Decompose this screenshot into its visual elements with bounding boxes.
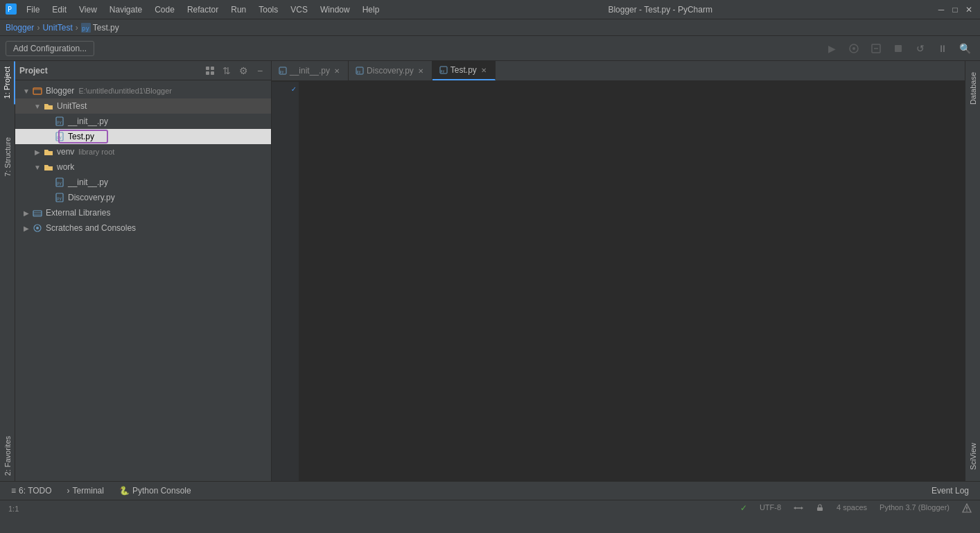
svg-point-5: [852, 47, 855, 50]
database-tab-button[interactable]: Database: [966, 67, 980, 110]
vcs-status-icon[interactable]: ✓: [737, 503, 750, 514]
ext-libs-label: External Libraries: [46, 208, 110, 218]
tree-item-unittest[interactable]: ▼ UnitTest: [15, 98, 271, 114]
bottom-bar: ≡ 6: TODO › Terminal 🐍 Python Console Ev…: [0, 481, 980, 500]
coverage-button[interactable]: [866, 39, 886, 58]
tab-test-py[interactable]: py Test.py ✕: [432, 61, 496, 80]
init-py-1-label: __init__.py: [68, 116, 108, 126]
tree-arrow-venv: ▶: [32, 146, 43, 157]
tree-item-test-py[interactable]: ▶ py Test.py: [15, 129, 271, 144]
tab-init-py-close[interactable]: ✕: [333, 67, 341, 76]
menu-help[interactable]: Help: [357, 3, 385, 16]
test-py-label: Test.py: [68, 132, 94, 141]
status-python-version[interactable]: Python 3.7 (Blogger): [877, 503, 952, 514]
panel-close-button[interactable]: −: [253, 64, 267, 78]
svg-point-26: [36, 227, 39, 229]
tree-item-init-py-2[interactable]: ▶ py __init__.py: [15, 175, 271, 190]
favorites-tab-button[interactable]: 2: Favorites: [1, 430, 15, 481]
status-line-sep-icon: [791, 503, 806, 514]
breadcrumb-bar: Blogger › UnitTest › py Test.py: [0, 19, 980, 36]
terminal-tab[interactable]: › Terminal: [62, 484, 110, 497]
tab-discovery-py-icon: py: [356, 67, 364, 75]
menu-vcs[interactable]: VCS: [285, 3, 313, 16]
title-bar: P File Edit View Navigate Code Refactor …: [0, 0, 980, 19]
panel-layout-button[interactable]: [203, 64, 217, 78]
search-everywhere-button[interactable]: 🔍: [955, 39, 974, 58]
menu-tools[interactable]: Tools: [253, 3, 283, 16]
svg-rect-8: [895, 45, 902, 52]
tree-item-venv[interactable]: ▶ venv library root: [15, 144, 271, 159]
svg-text:py: py: [57, 134, 62, 140]
tree-item-init-py-1[interactable]: ▶ py __init__.py: [15, 114, 271, 129]
blogger-path: E:\untitled\untitled1\Blogger: [78, 87, 172, 95]
python-console-tab[interactable]: 🐍 Python Console: [114, 484, 197, 497]
tab-init-py-icon: py: [279, 67, 287, 75]
editor-code-area[interactable]: [299, 82, 965, 481]
svg-text:py: py: [57, 195, 62, 201]
event-log-button[interactable]: Event Log: [926, 484, 974, 497]
tree-item-ext-libs[interactable]: ▶ External Libraries: [15, 205, 271, 220]
left-sidebar-tabs: 1: Project 7: Structure 2: Favorites: [0, 61, 15, 481]
tab-test-py-close[interactable]: ✕: [480, 66, 488, 75]
tree-item-work[interactable]: ▼ work: [15, 159, 271, 175]
tree-item-scratches[interactable]: ▶ Scratches and Consoles: [15, 220, 271, 236]
rerun-button[interactable]: ↺: [911, 39, 930, 58]
terminal-icon: ›: [67, 486, 70, 496]
tree-arrow-work: ▼: [32, 161, 43, 173]
todo-tab[interactable]: ≡ 6: TODO: [6, 484, 58, 497]
breadcrumb-blogger[interactable]: Blogger: [6, 23, 34, 33]
lock-icon: [816, 503, 824, 512]
tree-item-blogger[interactable]: ▼ Blogger E:\untitled\untitled1\Blogger: [15, 83, 271, 98]
scratches-icon: [32, 222, 43, 234]
menu-window[interactable]: Window: [315, 3, 356, 16]
close-button[interactable]: ✕: [963, 4, 974, 15]
maximize-button[interactable]: □: [950, 4, 961, 15]
blogger-label: Blogger: [46, 86, 74, 96]
pause-button[interactable]: ⏸: [933, 39, 952, 58]
tree-item-discovery-py[interactable]: ▶ py Discovery.py: [15, 190, 271, 205]
menu-view[interactable]: View: [73, 3, 103, 16]
menu-refactor[interactable]: Refactor: [182, 3, 224, 16]
menu-file[interactable]: File: [21, 3, 45, 16]
svg-text:py: py: [57, 180, 62, 186]
panel-settings-button[interactable]: ⚙: [236, 64, 250, 78]
init-py-2-icon: py: [54, 177, 65, 188]
minimize-button[interactable]: ─: [936, 4, 947, 15]
add-configuration-button[interactable]: Add Configuration...: [6, 41, 94, 56]
menu-run[interactable]: Run: [225, 3, 252, 16]
tab-discovery-py-label: Discovery.py: [367, 66, 414, 76]
menu-code[interactable]: Code: [149, 3, 180, 16]
venv-folder-icon: [43, 146, 54, 157]
panel-collapse-button[interactable]: ⇅: [220, 64, 234, 78]
tree-arrow-unittest: ▼: [32, 101, 43, 112]
tree-arrow-extlibs: ▶: [21, 207, 32, 218]
status-bar: 1:1 ✓ UTF-8 4 spaces Python 3.7 (Blogger…: [0, 500, 980, 516]
breadcrumb-testpy[interactable]: Test.py: [93, 23, 119, 33]
svg-point-39: [966, 510, 968, 512]
app-icon: P: [6, 3, 17, 15]
status-indent[interactable]: 4 spaces: [834, 503, 870, 514]
right-sidebar: Database SciView: [965, 61, 980, 481]
svg-rect-13: [33, 88, 42, 94]
sciview-tab-button[interactable]: SciView: [966, 437, 980, 475]
tree-arrow-scratches: ▶: [21, 222, 32, 234]
project-tab-button[interactable]: 1: Project: [0, 61, 15, 104]
main-layout: 1: Project 7: Structure 2: Favorites Pro…: [0, 61, 980, 481]
tab-discovery-py[interactable]: py Discovery.py ✕: [349, 61, 432, 80]
tab-init-py[interactable]: py __init__.py ✕: [272, 61, 349, 80]
debug-button[interactable]: [844, 39, 864, 58]
menu-edit[interactable]: Edit: [46, 3, 72, 16]
python-console-label: Python Console: [132, 486, 191, 496]
breadcrumb-unittest[interactable]: UnitTest: [42, 23, 72, 33]
tab-discovery-py-close[interactable]: ✕: [417, 67, 425, 76]
menu-navigate[interactable]: Navigate: [104, 3, 148, 16]
run-button[interactable]: ▶: [822, 39, 841, 58]
status-position[interactable]: 1:1: [6, 505, 21, 513]
status-encoding[interactable]: UTF-8: [757, 503, 784, 514]
window-controls: ─ □ ✕: [936, 4, 974, 15]
menu-bar: P File Edit View Navigate Code Refactor …: [6, 3, 385, 16]
work-folder-icon: [43, 161, 54, 173]
structure-tab-button[interactable]: 7: Structure: [1, 132, 15, 182]
stop-button[interactable]: [889, 39, 908, 58]
project-tree: ▼ Blogger E:\untitled\untitled1\Blogger …: [15, 80, 271, 481]
